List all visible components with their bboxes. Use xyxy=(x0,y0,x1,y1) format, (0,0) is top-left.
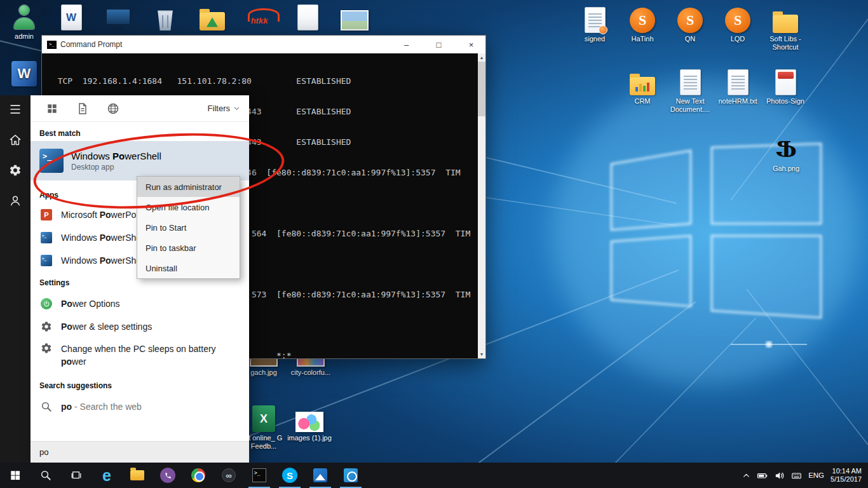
search-result-power-options[interactable]: Power Options xyxy=(31,292,249,315)
desktop-icon-picture[interactable] xyxy=(330,3,379,32)
desktop-icon-soft-libs[interactable]: Soft Libs - Shortcut xyxy=(761,5,810,51)
search-icon xyxy=(41,401,52,412)
tray-time: 10:14 AM xyxy=(831,467,862,475)
recycle-bin-icon xyxy=(156,9,174,30)
minimize-button[interactable]: – xyxy=(392,36,421,53)
title-bar[interactable]: >_ Command Prompt – □ × xyxy=(42,36,485,53)
folder-icon xyxy=(773,15,798,33)
touch-keyboard-button[interactable] xyxy=(791,470,802,481)
edge-icon: e xyxy=(102,468,111,484)
gear-icon xyxy=(41,321,52,332)
desktop-icon-word-doc[interactable]: W xyxy=(47,3,95,32)
infinity-app-button[interactable]: ∞ xyxy=(214,463,244,488)
context-menu-item-pin-to-start[interactable]: Pin to Start xyxy=(137,217,240,238)
desktop-icon-new-text-document[interactable]: New Text Document.... xyxy=(666,67,714,114)
windows-logo-icon xyxy=(10,470,21,481)
desktop-icon-blank-doc[interactable] xyxy=(283,3,332,32)
section-header-apps: Apps xyxy=(39,191,58,200)
scrollbar[interactable]: ▲ ▼ xyxy=(478,53,485,358)
viber-icon xyxy=(160,468,175,483)
chevron-up-icon xyxy=(742,471,750,480)
context-menu-item-pin-to-taskbar[interactable]: Pin to taskbar xyxy=(137,238,240,258)
desktop-icon-htkk[interactable]: htkk xyxy=(235,3,283,32)
taskbar-search-button[interactable] xyxy=(31,463,61,488)
blue-app-icon xyxy=(313,468,327,482)
clock[interactable]: 10:14 AM 5/15/2017 xyxy=(831,467,862,484)
skype-button[interactable]: S xyxy=(275,463,305,488)
context-menu-item-uninstall[interactable]: Uninstall xyxy=(137,258,240,278)
menu-button[interactable] xyxy=(9,103,22,116)
signed-document-icon xyxy=(585,7,606,33)
maximize-button[interactable]: □ xyxy=(424,36,453,53)
system-tray: ENG 10:14 AM 5/15/2017 xyxy=(742,463,868,488)
home-button[interactable] xyxy=(9,133,22,146)
photos-sign-icon xyxy=(775,69,796,95)
app-button-2[interactable] xyxy=(336,463,366,488)
app-button-1[interactable] xyxy=(305,463,336,488)
viber-button[interactable] xyxy=(153,463,183,488)
language-indicator[interactable]: ENG xyxy=(808,471,824,479)
start-button[interactable] xyxy=(0,463,31,488)
search-input[interactable] xyxy=(31,447,231,457)
context-menu-item-run-as-administrator[interactable]: Run as administrator xyxy=(137,177,240,197)
desktop-icon-photos-sign[interactable]: Photos-Sign xyxy=(761,67,810,105)
scroll-down-button[interactable]: ▼ xyxy=(478,350,485,358)
powershell-icon: >_ xyxy=(39,149,64,173)
command-prompt-taskbar-button[interactable]: >_ xyxy=(244,463,275,488)
search-suggestion-web[interactable]: po - Search the web xyxy=(31,395,249,418)
task-view-button[interactable] xyxy=(61,463,92,488)
desktop-icon-recycle-bin[interactable] xyxy=(141,3,189,32)
feedback-button[interactable] xyxy=(9,194,22,207)
search-result-pc-sleep-battery[interactable]: Change when the PC sleeps on battery pow… xyxy=(31,339,249,372)
word-document-icon: W xyxy=(61,4,82,30)
desktop-icon-hatinh[interactable]: S HaTinh xyxy=(618,5,667,43)
powerpoint-icon: P xyxy=(41,209,52,220)
orange-s-app-icon: S xyxy=(725,8,750,33)
documents-filter-icon[interactable] xyxy=(76,102,89,115)
search-results-panel: Filters Best match >_ Windows PowerShell… xyxy=(31,95,249,463)
section-header-settings: Settings xyxy=(39,278,69,287)
desktop-icon-drive-folder[interactable] xyxy=(188,3,236,32)
search-result-power-sleep[interactable]: Power & sleep settings xyxy=(31,315,249,338)
document-icon xyxy=(297,4,318,30)
result-label: Change when the PC sleeps on battery pow… xyxy=(61,342,221,368)
tray-date: 5/15/2017 xyxy=(831,475,862,484)
desktop-icon-lqd[interactable]: S LQD xyxy=(714,5,762,43)
context-menu-item-open-file-location[interactable]: Open file location xyxy=(137,197,240,217)
desktop-icon-crm[interactable]: CRM xyxy=(618,67,667,105)
search-box xyxy=(31,441,249,463)
web-filter-icon[interactable] xyxy=(107,102,119,115)
gear-icon xyxy=(41,342,52,354)
edge-button[interactable]: e xyxy=(92,463,122,488)
console-line: TCP 192.168.1.4:1684 151.101.78.2:80 EST… xyxy=(48,76,478,86)
file-explorer-button[interactable] xyxy=(122,463,153,488)
skype-icon: S xyxy=(282,468,297,483)
folder-chart-icon xyxy=(630,77,655,95)
volume-button[interactable] xyxy=(774,470,785,481)
excel-file-icon: X xyxy=(252,405,275,432)
desktop-icon-notehrm[interactable]: noteHRM.txt xyxy=(714,67,762,105)
apps-filter-icon[interactable] xyxy=(46,102,58,115)
close-button[interactable]: × xyxy=(457,36,485,53)
desktop-icon-images-1[interactable]: images (1).jpg xyxy=(285,404,334,442)
scrollbar-thumb[interactable] xyxy=(478,62,485,116)
scroll-up-button[interactable]: ▲ xyxy=(478,53,485,62)
search-icon xyxy=(40,470,51,481)
text-file-icon xyxy=(680,69,701,95)
hidden-icons-chevron[interactable] xyxy=(742,471,750,480)
result-subtitle: Desktop app xyxy=(71,163,161,172)
best-match-result[interactable]: >_ Windows PowerShell Desktop app xyxy=(31,141,249,180)
desktop-icon-qn[interactable]: S QN xyxy=(666,5,714,43)
suggestion-label: po - Search the web xyxy=(61,402,142,412)
desktop-icon-this-pc[interactable] xyxy=(94,3,142,32)
settings-button[interactable] xyxy=(9,164,22,177)
desktop-icon-gah[interactable]: Ֆ Gah.png xyxy=(762,135,810,173)
chrome-button[interactable] xyxy=(183,463,214,488)
battery-button[interactable] xyxy=(757,470,768,481)
filters-dropdown[interactable]: Filters xyxy=(208,104,240,113)
taskbar: e ∞ >_ S ENG 10:14 AM 5/15/2017 xyxy=(0,463,868,488)
google-drive-folder-icon xyxy=(200,12,225,30)
desktop-icon-signed[interactable]: signed xyxy=(571,5,619,43)
picture-icon xyxy=(295,412,323,432)
window-title: Command Prompt xyxy=(60,40,388,49)
